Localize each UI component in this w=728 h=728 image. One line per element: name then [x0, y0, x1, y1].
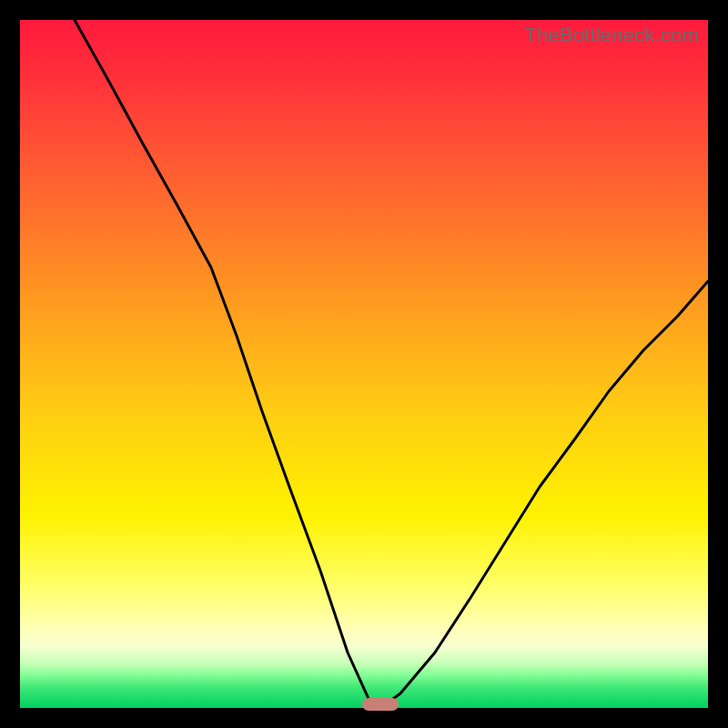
plot-area: TheBottleneck.com: [20, 20, 708, 708]
bottleneck-curve: [20, 20, 708, 708]
optimal-marker: [362, 698, 399, 711]
chart-frame: TheBottleneck.com: [0, 0, 728, 728]
